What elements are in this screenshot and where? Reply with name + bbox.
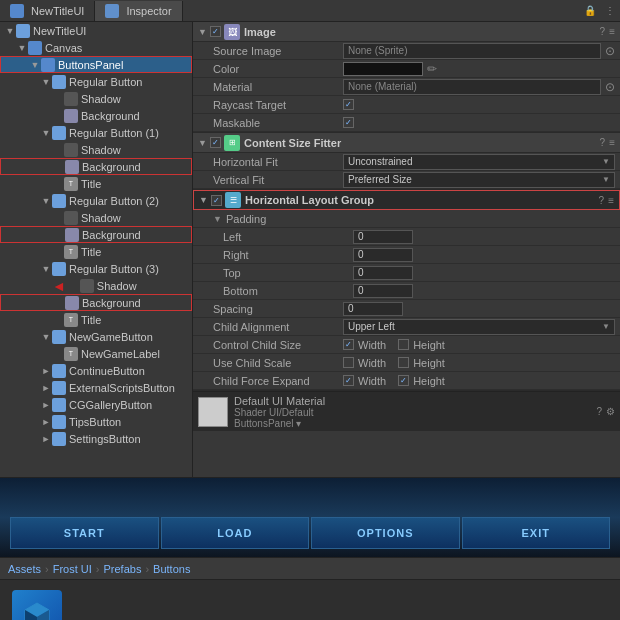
tree-item-newgamebtn[interactable]: NewGameButton xyxy=(0,328,192,345)
expand-width-check[interactable]: ✓ xyxy=(343,375,354,386)
tree-item-title4[interactable]: T Title xyxy=(0,311,192,328)
content-size-arrow: ▼ xyxy=(198,138,210,148)
tree-item-shadow3[interactable]: Shadow xyxy=(0,209,192,226)
raycast-check[interactable]: ✓ xyxy=(343,99,354,110)
child-alignment-row: Child Alignment Upper Left ▼ xyxy=(193,318,620,336)
tree-label-continuebtn: ContinueButton xyxy=(69,365,145,377)
frost-ui-label[interactable]: Frost UI xyxy=(53,563,92,575)
control-width-check[interactable]: ✓ xyxy=(343,339,354,350)
scale-width-check[interactable] xyxy=(343,357,354,368)
tree-item-title3[interactable]: T Title xyxy=(0,243,192,260)
tree-icon-bg2 xyxy=(65,160,79,174)
tree-item-regular-btn1[interactable]: Regular Button (1) xyxy=(0,124,192,141)
tree-arrow-cggallerybtn xyxy=(40,399,52,411)
tree-item-canvas[interactable]: Canvas xyxy=(0,39,192,56)
top-input[interactable] xyxy=(353,266,413,280)
tree-item-regular-btn3[interactable]: Regular Button (3) xyxy=(0,260,192,277)
spacing-input[interactable] xyxy=(343,302,403,316)
tree-label-cggallerybtn: CGGalleryButton xyxy=(69,399,152,411)
tree-item-regular-btn2[interactable]: Regular Button (2) xyxy=(0,192,192,209)
red-arrow-icon: ◄ xyxy=(52,278,66,294)
material-item: Default UI Material Shader UI/Default Bu… xyxy=(198,395,325,429)
color-swatch[interactable] xyxy=(343,62,423,76)
tree-item-shadow2[interactable]: Shadow xyxy=(0,141,192,158)
hierarchy-tab[interactable]: NewTitleUI xyxy=(0,1,95,21)
buttons-label[interactable]: Buttons xyxy=(153,563,190,575)
game-start-button[interactable]: START xyxy=(10,517,159,549)
tree-arrow-settingsbtn xyxy=(40,433,52,445)
tree-arrow-tipsbtn xyxy=(40,416,52,428)
source-image-pick-icon[interactable]: ⊙ xyxy=(605,44,615,58)
exit-label: EXIT xyxy=(522,527,550,539)
right-input[interactable] xyxy=(353,248,413,262)
content-size-enable-check[interactable]: ✓ xyxy=(210,137,221,148)
image-section-header[interactable]: ▼ ✓ 🖼 Image ? ≡ xyxy=(193,22,620,42)
tree-icon-title3: T xyxy=(64,245,78,259)
material-text: None (Material) xyxy=(348,81,417,92)
assets-label[interactable]: Assets xyxy=(8,563,41,575)
menu-button[interactable]: ⋮ xyxy=(600,1,620,21)
vertical-fit-dropdown[interactable]: Preferred Size ▼ xyxy=(343,172,615,188)
color-row: Color ✏ xyxy=(193,60,620,78)
content-size-header[interactable]: ▼ ✓ ⊞ Content Size Fitter ? ≡ xyxy=(193,133,620,153)
material-field[interactable]: None (Material) xyxy=(343,79,601,95)
game-options-button[interactable]: OPTIONS xyxy=(311,517,460,549)
material-footer: Default UI Material Shader UI/Default Bu… xyxy=(193,391,620,431)
tree-item-settingsbtn[interactable]: SettingsButton xyxy=(0,430,192,447)
use-child-scale-value: Width Height xyxy=(343,357,615,369)
inspector-panel: ▼ ✓ 🖼 Image ? ≡ Source Image None (Sprit… xyxy=(193,22,620,477)
layout-section-header[interactable]: ▼ ✓ ☰ Horizontal Layout Group ? ≡ xyxy=(193,190,620,210)
prefabs-label[interactable]: Prefabs xyxy=(103,563,141,575)
tree-item-externalscriptsbtn[interactable]: ExternalScriptsButton xyxy=(0,379,192,396)
inspector-tab-label: Inspector xyxy=(126,5,171,17)
material-path: ButtonsPanel ▾ xyxy=(234,418,325,429)
horizontal-fit-dropdown[interactable]: Unconstrained ▼ xyxy=(343,154,615,170)
tree-item-bg2[interactable]: Background xyxy=(0,158,192,175)
tree-item-shadow1[interactable]: Shadow xyxy=(0,90,192,107)
layout-enable-check[interactable]: ✓ xyxy=(211,195,222,206)
child-alignment-dropdown[interactable]: Upper Left ▼ xyxy=(343,319,615,335)
assets-bar: Assets › Frost UI › Prefabs › Buttons xyxy=(0,557,620,579)
bottom-input[interactable] xyxy=(353,284,413,298)
expand-height-check[interactable]: ✓ xyxy=(398,375,409,386)
tree-icon-title2: T xyxy=(64,177,78,191)
source-image-label: Source Image xyxy=(213,45,343,57)
layout-section-title: Horizontal Layout Group xyxy=(245,194,599,206)
tree-item-newtitleui[interactable]: NewTitleUI xyxy=(0,22,192,39)
scale-height-check[interactable] xyxy=(398,357,409,368)
tree-item-continuebtn[interactable]: ContinueButton xyxy=(0,362,192,379)
tree-item-tipsbtn[interactable]: TipsButton xyxy=(0,413,192,430)
tree-item-bg4[interactable]: Background xyxy=(0,294,192,311)
tree-item-title2[interactable]: T Title xyxy=(0,175,192,192)
game-exit-button[interactable]: EXIT xyxy=(462,517,611,549)
lock-button[interactable]: 🔒 xyxy=(580,1,600,21)
image-settings-icon: ≡ xyxy=(609,26,615,37)
vertical-fit-row: Vertical Fit Preferred Size ▼ xyxy=(193,171,620,189)
tree-label-regular-btn1: Regular Button (1) xyxy=(69,127,159,139)
layout-help-icon: ? xyxy=(599,195,605,206)
tree-item-bg1[interactable]: Background xyxy=(0,107,192,124)
game-load-button[interactable]: LOAD xyxy=(161,517,310,549)
tree-item-cggallerybtn[interactable]: CGGalleryButton xyxy=(0,396,192,413)
tree-item-newgamelabel[interactable]: T NewGameLabel xyxy=(0,345,192,362)
maskable-check[interactable]: ✓ xyxy=(343,117,354,128)
source-image-field[interactable]: None (Sprite) xyxy=(343,43,601,59)
tree-icon-settingsbtn xyxy=(52,432,66,446)
image-section-icon: 🖼 xyxy=(224,24,240,40)
tree-icon-regular-btn1 xyxy=(52,126,66,140)
tree-arrow-title3 xyxy=(52,246,64,258)
inspector-tab[interactable]: Inspector xyxy=(95,1,182,21)
material-pick-icon[interactable]: ⊙ xyxy=(605,80,615,94)
tree-item-regular-btn[interactable]: Regular Button xyxy=(0,73,192,90)
tree-item-shadow4[interactable]: ◄ Shadow xyxy=(0,277,192,294)
control-height-check[interactable] xyxy=(398,339,409,350)
image-enable-check[interactable]: ✓ xyxy=(210,26,221,37)
tree-item-bg3[interactable]: Background xyxy=(0,226,192,243)
color-pick-icon[interactable]: ✏ xyxy=(427,62,437,76)
prefab-row: Regular Bu... xyxy=(0,579,620,620)
tree-icon-canvas xyxy=(28,41,42,55)
tree-arrow-externalscriptsbtn xyxy=(40,382,52,394)
tree-item-buttonspanel[interactable]: ButtonsPanel xyxy=(0,56,192,73)
prefab-item[interactable]: Regular Bu... xyxy=(8,590,66,621)
left-input[interactable] xyxy=(353,230,413,244)
